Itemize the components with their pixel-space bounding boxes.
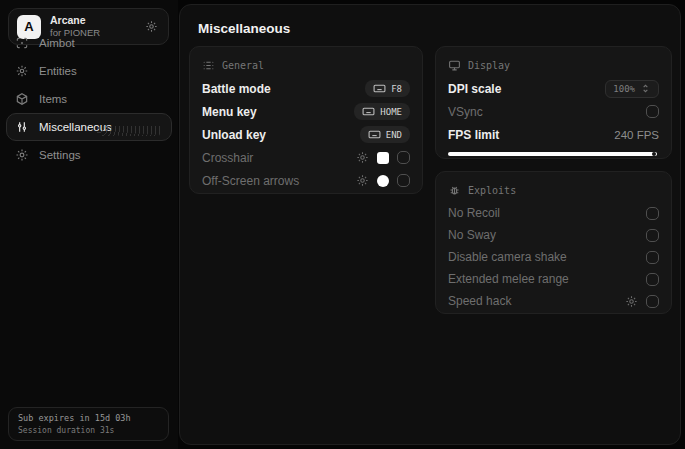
speed-hack-label: Speed hack — [448, 294, 511, 308]
speed-hack-checkbox[interactable] — [646, 295, 659, 308]
package-cube-icon — [15, 92, 29, 106]
chevron-up-down-icon — [640, 83, 651, 94]
offscreen-arrows-label: Off-Screen arrows — [202, 174, 299, 188]
unload-key-row: Unload key END — [202, 123, 410, 146]
crosshair-gear-icon[interactable] — [356, 151, 369, 164]
battle-mode-keybind-button[interactable]: F8 — [365, 80, 410, 97]
sidebar-item-entities[interactable]: Entities — [6, 57, 172, 85]
keyboard-icon — [362, 105, 375, 118]
extended-melee-range-label: Extended melee range — [448, 272, 569, 286]
dpi-scale-value: 100% — [613, 84, 635, 94]
slider-track — [448, 152, 657, 156]
speed-hack-row: Speed hack — [448, 290, 659, 312]
no-sway-label: No Sway — [448, 228, 496, 242]
display-card-header: Display — [448, 57, 659, 73]
menu-key-label: Menu key — [202, 105, 257, 119]
dpi-scale-label: DPI scale — [448, 82, 501, 96]
unload-key-keybind-button[interactable]: END — [360, 126, 410, 143]
vsync-row: VSync — [448, 100, 659, 123]
subscription-info-card: Sub expires in 15d 03h Session duration … — [8, 407, 169, 441]
no-sway-row: No Sway — [448, 224, 659, 246]
sidebar-item-miscellaneous[interactable]: Miscellaneous — [6, 113, 172, 141]
list-icon — [202, 59, 215, 72]
exploits-card-header: Exploits — [448, 182, 659, 198]
sidebar-item-aimbot[interactable]: Aimbot — [6, 29, 172, 57]
speed-hack-controls — [625, 295, 659, 308]
menu-key-keybind-button[interactable]: HOME — [354, 103, 410, 120]
unload-key-label: Unload key — [202, 128, 266, 142]
keyboard-icon — [373, 82, 386, 95]
display-header-label: Display — [468, 60, 510, 71]
vsync-checkbox[interactable] — [646, 105, 659, 118]
crosshair-label: Crosshair — [202, 151, 253, 165]
extended-melee-range-row: Extended melee range — [448, 268, 659, 290]
exploits-card: Exploits No Recoil No Sway Disable camer… — [435, 171, 672, 314]
sidebar-item-settings[interactable]: Settings — [6, 141, 172, 169]
no-recoil-checkbox[interactable] — [646, 207, 659, 220]
general-card: General Battle mode F8 Menu key — [189, 46, 423, 194]
menu-key-row: Menu key HOME — [202, 100, 410, 123]
crosshair-checkbox[interactable] — [397, 151, 410, 164]
sidebar-item-label: Miscellaneous — [39, 121, 112, 133]
offscreen-arrows-gear-icon[interactable] — [356, 174, 369, 187]
vsync-label: VSync — [448, 105, 483, 119]
crosshair-controls — [356, 151, 410, 164]
offscreen-arrows-row: Off-Screen arrows — [202, 169, 410, 192]
no-recoil-label: No Recoil — [448, 206, 500, 220]
speed-hack-gear-icon[interactable] — [625, 295, 638, 308]
bug-icon — [448, 184, 461, 197]
sidebar-item-label: Items — [39, 93, 67, 105]
entities-radar-icon — [15, 64, 29, 78]
disable-camera-shake-label: Disable camera shake — [448, 250, 567, 264]
sidebar-item-items[interactable]: Items — [6, 85, 172, 113]
sidebar: A Arcane for PIONER Category — [0, 0, 178, 449]
sidebar-item-label: Settings — [39, 149, 81, 161]
exploits-header-label: Exploits — [468, 185, 516, 196]
general-header-label: General — [222, 60, 264, 71]
keybind-value: F8 — [391, 84, 402, 94]
fps-limit-row: FPS limit 240 FPS — [448, 123, 659, 146]
monitor-icon — [448, 59, 461, 72]
offscreen-arrows-checkbox[interactable] — [397, 174, 410, 187]
fps-limit-slider[interactable] — [448, 151, 659, 157]
no-recoil-row: No Recoil — [448, 202, 659, 224]
gear-icon — [15, 148, 29, 162]
keybind-value: END — [386, 130, 402, 140]
sidebar-item-label: Aimbot — [39, 37, 75, 49]
sub-expires-text: Sub expires in 15d 03h — [18, 413, 159, 423]
offscreen-arrows-color-swatch[interactable] — [377, 175, 389, 187]
display-card: Display DPI scale 100% VSync FP — [435, 46, 672, 159]
sliders-icon — [15, 120, 29, 134]
offscreen-arrows-controls — [356, 174, 410, 187]
keyboard-icon — [368, 128, 381, 141]
slider-knob[interactable] — [652, 152, 656, 156]
dpi-scale-row: DPI scale 100% — [448, 77, 659, 100]
session-duration-text: Session duration 31s — [18, 426, 159, 435]
keybind-value: HOME — [380, 107, 402, 117]
disable-camera-shake-row: Disable camera shake — [448, 246, 659, 268]
crosshair-row: Crosshair — [202, 146, 410, 169]
page-title: Miscellaneous — [198, 21, 290, 36]
no-sway-checkbox[interactable] — [646, 229, 659, 242]
scan-crosshair-icon — [15, 36, 29, 50]
fps-limit-label: FPS limit — [448, 128, 499, 142]
general-card-header: General — [202, 57, 410, 73]
dpi-scale-select[interactable]: 100% — [605, 80, 659, 98]
battle-mode-label: Battle mode — [202, 82, 271, 96]
crosshair-color-swatch[interactable] — [377, 152, 389, 164]
main-panel: Miscellaneous General Battle mode — [179, 4, 681, 445]
fps-limit-value: 240 FPS — [614, 129, 659, 141]
app-window: A Arcane for PIONER Category — [0, 0, 685, 449]
disable-camera-shake-checkbox[interactable] — [646, 251, 659, 264]
extended-melee-range-checkbox[interactable] — [646, 273, 659, 286]
app-name: Arcane — [50, 14, 136, 26]
sidebar-item-label: Entities — [39, 65, 77, 77]
battle-mode-row: Battle mode F8 — [202, 77, 410, 100]
sidebar-nav: Aimbot Entities Items — [0, 29, 178, 169]
